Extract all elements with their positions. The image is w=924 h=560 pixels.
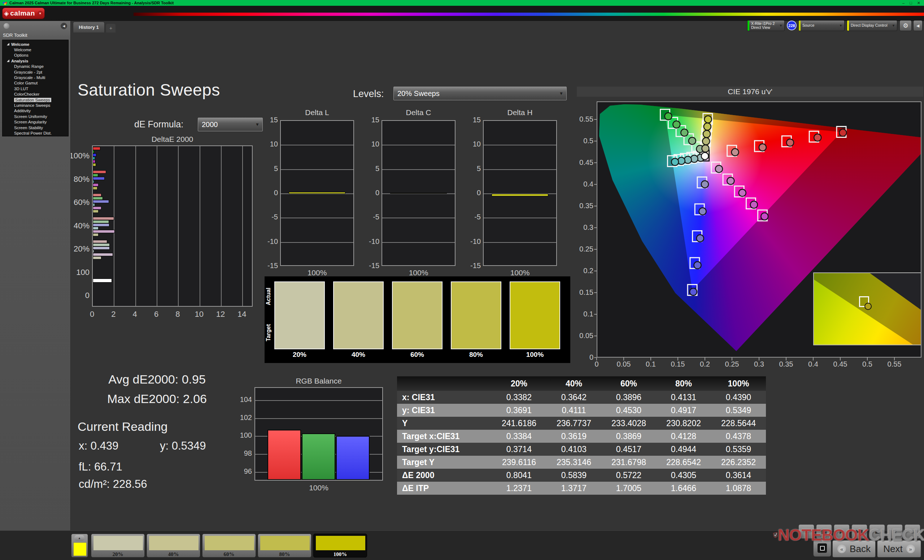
y-tick-label: 15	[361, 116, 380, 124]
transport-button-3[interactable]: ▶▮	[852, 524, 867, 539]
patch-tile-80%[interactable]: 80%	[258, 534, 312, 557]
y-tick-label: 15	[462, 116, 481, 124]
current-cdm2-stat: cd/m²: 228.56	[79, 478, 147, 491]
de-bar-green	[93, 220, 109, 223]
row-label: Target y:CIE31	[397, 443, 492, 456]
minimize-button[interactable]: –	[902, 0, 904, 6]
gridline	[382, 169, 455, 170]
table-cell: 231.6798	[602, 456, 656, 469]
y-tick-label: 100%	[69, 151, 90, 160]
table-header-cell	[397, 376, 492, 391]
x-tick-label: 0.3	[748, 360, 770, 368]
expander-icon[interactable]	[7, 60, 9, 62]
transport-button-5[interactable]: ↺	[887, 524, 903, 539]
sidebar-item-3d-lut[interactable]: 3D LUT	[3, 86, 68, 91]
patch-color	[205, 536, 254, 550]
sidebar-item-label: Dynamic Range	[14, 64, 44, 69]
sidebar-item-screen-stability[interactable]: Screen Stability	[3, 125, 68, 130]
deltae2000-chart: DeltaE 2000 100%80%60%40%20%1000 0246810…	[69, 134, 264, 323]
sidebar-item-luminance-sweeps[interactable]: Luminance Sweeps	[3, 102, 68, 108]
table-row: y: CIE310.36910.41110.45300.49170.5349	[397, 404, 766, 417]
source-selector[interactable]: Source ▼	[798, 20, 844, 31]
gridline	[484, 242, 556, 243]
transport-button-0[interactable]: ●	[798, 524, 814, 539]
back-button[interactable]: « Back	[832, 540, 876, 557]
sidebar-item-saturation-sweeps[interactable]: Saturation Sweeps	[3, 97, 68, 102]
current-fl-stat: fL: 66.71	[79, 460, 122, 473]
delta-bar	[390, 193, 447, 194]
next-button[interactable]: Next »	[877, 540, 921, 557]
sidebar-item-additivity[interactable]: Additivity	[3, 108, 68, 114]
sidebar-item-analysis[interactable]: Analysis	[3, 58, 68, 63]
sidebar-item-grayscale-2pt[interactable]: Grayscale - 2pt	[3, 69, 68, 75]
delta-h-chart: Delta H 100% 151050-5-10-15	[461, 107, 557, 278]
sidebar-item-colorchecker[interactable]: ColorChecker	[3, 92, 68, 97]
y-tick-label: 40%	[69, 221, 90, 231]
sidebar-item-label: Luminance Sweeps	[14, 103, 50, 108]
display-control-selector[interactable]: Direct Display Control ▼	[847, 20, 897, 31]
chevron-down-icon: ▼	[892, 24, 895, 27]
sidebar-item-screen-angularity[interactable]: Screen Angularity	[3, 119, 68, 124]
sidebar-collapse-button[interactable]: ◀	[61, 23, 67, 29]
y-tick-label: 80%	[69, 175, 90, 184]
sidebar-item-grayscale-multi[interactable]: Grayscale - Multi	[3, 75, 68, 80]
transport-button-1[interactable]: ▮▮	[816, 524, 832, 539]
gear-icon[interactable]: ⚙	[900, 20, 912, 31]
delta-bar	[492, 194, 548, 196]
sidebar-item-options[interactable]: Options	[3, 53, 68, 58]
results-table: 20%40%60%80%100%x: CIE310.33820.36420.38…	[397, 376, 766, 495]
cie-measured-marker	[665, 112, 672, 120]
sidebar-item-welcome[interactable]: Welcome	[3, 47, 68, 52]
sweep-swatch-80%	[451, 281, 501, 349]
y-tick-label: 0.55	[577, 115, 593, 123]
sidebar-item-spectral-power-dist-[interactable]: Spectral Power Dist.	[3, 130, 68, 136]
chart-title: DeltaE 2000	[92, 135, 253, 144]
cie-measured-marker	[814, 134, 821, 141]
avg-de2000-stat: Avg dE2000: 0.95	[72, 372, 242, 386]
levels-value: 20% Sweeps	[398, 90, 440, 98]
calman-menu-button[interactable]: ◈ calman ▼	[2, 7, 45, 19]
sidebar-title: SDR Toolkit	[3, 33, 27, 38]
patch-color	[149, 536, 198, 550]
stop-button[interactable]	[813, 539, 831, 557]
table-cell: 230.8202	[656, 417, 711, 430]
patch-tile-40%[interactable]: 40%	[147, 534, 200, 557]
transport-button-6[interactable]: ≡	[904, 524, 920, 539]
patch-tile-100%[interactable]: 100%	[313, 534, 367, 557]
levels-dropdown[interactable]: 20% Sweeps ▼	[393, 87, 567, 100]
sidebar-item-color-gamut[interactable]: Color Gamut	[3, 81, 68, 86]
sidebar-item-dynamic-range[interactable]: Dynamic Range	[3, 64, 68, 69]
delta-c-chart: Delta C 100% 151050-5-10-15	[360, 107, 456, 278]
de-formula-dropdown[interactable]: 2000 ▼	[198, 118, 263, 131]
table-cell: 0.3382	[492, 391, 546, 404]
de-bar-green	[93, 197, 103, 200]
table-cell: 0.3384	[492, 430, 546, 443]
sidebar-menu-icon[interactable]	[4, 23, 9, 29]
transport-button-4[interactable]: ◼	[869, 524, 885, 539]
y-tick-label: -5	[462, 213, 481, 221]
row-label: Target Y	[397, 456, 492, 469]
patch-tile-20%[interactable]: 20%	[91, 534, 145, 557]
transport-button-2[interactable]: ▶	[834, 524, 850, 539]
y-tick-label: 102	[232, 413, 252, 422]
y-tick-label: 0.1	[577, 310, 593, 318]
de-bar-cyan	[93, 157, 95, 160]
x-tick-label: 10	[192, 310, 207, 319]
up-arrow-icon[interactable]: ▲	[74, 535, 84, 541]
patch-preview-tile[interactable]: ▲	[71, 534, 88, 557]
expander-icon[interactable]	[7, 43, 9, 45]
gridline	[255, 400, 382, 401]
patch-tile-60%[interactable]: 60%	[202, 534, 256, 557]
de-bar-magenta	[93, 253, 113, 256]
sidebar-item-welcome[interactable]: Welcome	[3, 42, 68, 47]
meter-selector[interactable]: X-Rite i1Pro 2 Direct View ▼	[747, 20, 784, 31]
sidebar-item-screen-uniformity[interactable]: Screen Uniformity	[3, 114, 68, 119]
collapse-panel-button[interactable]: ◀	[913, 20, 922, 31]
table-cell: 226.2352	[711, 456, 766, 469]
add-tab-button[interactable]: +	[106, 24, 116, 33]
close-button[interactable]: ✕	[917, 0, 920, 6]
x-tick-label: 0.35	[775, 360, 797, 368]
tab-history-1[interactable]: History 1	[73, 22, 105, 33]
source-status-accent	[799, 21, 801, 31]
maximize-button[interactable]: □	[910, 0, 912, 6]
